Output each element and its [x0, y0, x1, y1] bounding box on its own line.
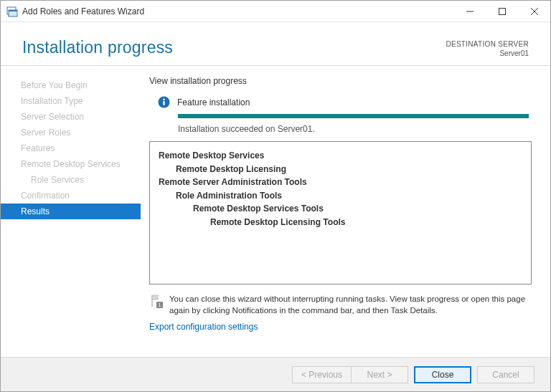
wizard-step[interactable]: Confirmation: [1, 188, 141, 204]
close-window-button[interactable]: [518, 1, 550, 21]
window-controls: [453, 1, 550, 21]
feature-item: Remote Desktop Licensing Tools: [159, 216, 522, 229]
destination-value: Server01: [446, 49, 529, 58]
wizard-step[interactable]: Features: [1, 140, 141, 156]
installed-features-box: Remote Desktop ServicesRemote Desktop Li…: [149, 141, 532, 285]
wizard-step[interactable]: Server Roles: [1, 125, 141, 140]
svg-rect-9: [163, 101, 164, 105]
cancel-button[interactable]: Cancel: [477, 366, 534, 383]
destination-label: DESTINATION SERVER: [446, 39, 529, 49]
svg-rect-4: [499, 8, 505, 14]
status-text: Feature installation: [177, 97, 250, 107]
result-text: Installation succeeded on Server01.: [178, 124, 532, 134]
wizard-step[interactable]: Results: [1, 204, 141, 219]
export-config-link[interactable]: Export configuration settings: [149, 322, 532, 332]
feature-item: Remote Desktop Licensing: [159, 163, 522, 176]
nav-button-group: < Previous Next >: [292, 366, 408, 383]
previous-button[interactable]: < Previous: [292, 366, 351, 383]
svg-rect-2: [9, 10, 17, 11]
feature-item: Remote Server Administration Tools: [159, 176, 522, 189]
progress-bar: [178, 114, 529, 118]
note-row: 1 You can close this wizard without inte…: [149, 293, 532, 316]
feature-item: Role Administration Tools: [159, 189, 522, 203]
content-pane: View installation progress Feature insta…: [141, 66, 550, 342]
wizard-steps: Before You BeginInstallation TypeServer …: [1, 66, 141, 342]
wizard-step[interactable]: Before You Begin: [1, 77, 141, 93]
app-icon: [6, 6, 18, 17]
page-header: Installation progress DESTINATION SERVER…: [1, 22, 550, 66]
close-button[interactable]: Close: [414, 366, 471, 383]
window-title: Add Roles and Features Wizard: [22, 6, 453, 16]
destination-server: DESTINATION SERVER Server01: [446, 38, 529, 58]
feature-item: Remote Desktop Services: [159, 149, 522, 163]
svg-text:1: 1: [158, 302, 161, 308]
minimize-button[interactable]: [453, 1, 486, 21]
wizard-step[interactable]: Installation Type: [1, 93, 141, 109]
wizard-step[interactable]: Role Services: [1, 172, 141, 188]
titlebar: Add Roles and Features Wizard: [1, 1, 550, 22]
maximize-button[interactable]: [486, 1, 518, 21]
content-heading: View installation progress: [149, 76, 532, 86]
wizard-step[interactable]: Remote Desktop Services: [1, 156, 141, 172]
next-button[interactable]: Next >: [351, 366, 408, 383]
page-title: Installation progress: [22, 38, 173, 58]
info-icon: [158, 96, 170, 108]
note-text: You can close this wizard without interr…: [169, 293, 532, 316]
feature-item: Remote Desktop Services Tools: [159, 202, 522, 216]
main-area: Before You BeginInstallation TypeServer …: [1, 66, 550, 342]
flag-icon: 1: [149, 294, 164, 308]
svg-point-8: [163, 98, 165, 100]
wizard-step[interactable]: Server Selection: [1, 109, 141, 125]
status-row: Feature installation: [158, 96, 532, 108]
footer: < Previous Next > Close Cancel: [1, 357, 550, 391]
